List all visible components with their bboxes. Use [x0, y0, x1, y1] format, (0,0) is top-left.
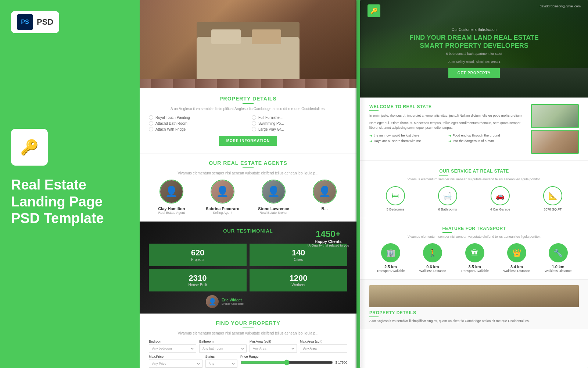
agent-name: B... [302, 206, 347, 211]
stat-label: Cities [254, 258, 343, 262]
agent-card-sabrina: 👤 Sabrina Pecoraro Selling Agent [200, 180, 245, 215]
status-select[interactable]: Any [205, 360, 237, 368]
bedrooms-label: 5 Bedrooms [386, 208, 405, 211]
page-shadow [355, 0, 366, 368]
welcome-title: WELCOME TO REAL STATE [369, 104, 526, 111]
price-range-group: Price Range $ 17500 [240, 355, 347, 368]
bathrooms-icon: 🛁 [438, 186, 457, 205]
bedroom-image [140, 0, 356, 88]
feature-item: Full Furnishe... [252, 115, 347, 120]
welcome-text: WELCOME TO REAL STATE In enim justo, rho… [369, 104, 526, 154]
feature-dot [252, 115, 256, 120]
agents-grid: 👤 Clay Hamilton Real Estate Agent 👤 Sabr… [149, 180, 347, 215]
arrow-icon-1: ➜ [369, 134, 372, 138]
property-bottom-title: PROPERTY DETAILS [369, 310, 579, 317]
welcome-point-1: ➜ the minnow would be lost there [369, 134, 447, 138]
stat-num: 1200 [254, 273, 343, 283]
welcome-house-img-1 [531, 104, 579, 128]
min-area-group: Min.Area (sqft) Any Area [250, 340, 297, 353]
psd-label: PSD [37, 17, 53, 27]
stat-box-projects: 620 Projects [149, 244, 247, 266]
transport-label-3: Transport Available [460, 269, 489, 273]
agent-avatar-clay: 👤 [159, 180, 183, 204]
transport-item-4: 👑 3.4 km Walkless Distance [503, 243, 530, 273]
price-range-slider[interactable] [240, 360, 333, 365]
welcome-points: ➜ the minnow would be lost there ➜ Food … [369, 134, 526, 143]
status-label: Status [205, 355, 237, 358]
arrow-icon-3: ➜ [369, 139, 372, 143]
transport-dist-5: 1.0 km [545, 265, 571, 269]
service-desc: Vivamus elementum semper nisi aenean vul… [369, 177, 579, 182]
welcome-house-img-2 [531, 130, 579, 154]
agent-name: Sabrina Pecoraro [200, 206, 245, 211]
transport-title: FEATURE FOR TRANSPORT [442, 226, 506, 233]
transport-icons: 🏢 2.5 km Transport Available 🚶 0.6 km Wa… [369, 243, 579, 273]
service-item-bathrooms: 🛁 6 Bathrooms [438, 186, 457, 211]
hero-content: Our Customers Satisfaction FIND YOUR DRE… [369, 7, 579, 78]
service-section: OUR SERVICE AT REAL STATE Vivamus elemen… [360, 161, 588, 218]
feature-item: Large Play Gr... [252, 127, 347, 131]
feature-dot [149, 127, 153, 131]
more-info-button[interactable]: MORE INFORMATION [219, 136, 277, 146]
stat-label: House Built [153, 283, 242, 287]
price-range-label: Price Range [240, 355, 347, 358]
feature-item: Attach With Fridge [149, 127, 244, 131]
hero-property-info: 5 bedrooms 2 bath apartment for sale! [369, 52, 579, 56]
transport-label-2: Walkless Distance [419, 269, 446, 273]
stat-box-workers: 1200 Workers [250, 269, 347, 291]
welcome-point-3: ➜ Days are all share them with me [369, 139, 447, 143]
reviewer-name: Eric Widget [222, 298, 244, 302]
hero-subtitle: Our Customers Satisfaction [369, 28, 579, 32]
sqft-label: 5078 SQ.FT [543, 208, 562, 211]
reviewer-info: 👤 Eric Widget Broker Associate [206, 295, 244, 308]
feature-dot [252, 127, 256, 131]
form-row-2: Max.Price Any Price Status Any Price Ran… [149, 355, 347, 368]
service-item-sqft: 📐 5078 SQ.FT [543, 186, 562, 211]
main-content: PROPERTY DETAILS A un Angleso it va semb… [140, 0, 588, 368]
feature-dot [252, 121, 256, 125]
get-property-button[interactable]: GET PROPERTY [448, 68, 500, 78]
photoshop-icon: PS [17, 14, 33, 30]
bathrooms-label: 6 Bathrooms [438, 208, 457, 211]
transport-item-5: 🔧 1.0 km Walkless Distance [545, 243, 571, 273]
feature-item: Attachd Bath Room [149, 121, 244, 125]
stat-label: Projects [153, 258, 242, 262]
agent-card-stone: 👤 Stone Lawrence Real Estate Broker [251, 180, 297, 215]
max-area-label: Max.Area (sqft) [300, 340, 347, 343]
hero-title: FIND YOUR DREAM LAND REAL ESTATE SMART P… [369, 34, 579, 50]
transport-section: FEATURE FOR TRANSPORT Vivamus elementum … [360, 218, 588, 280]
stat-label: Workers [254, 283, 343, 287]
happy-clients-num: 1450+ [307, 229, 349, 239]
arrow-icon-2: ➜ [448, 134, 451, 138]
agent-avatar-b: 👤 [313, 180, 337, 204]
agent-card-b: 👤 B... [302, 180, 347, 215]
bathroom-select[interactable]: Any bathroom [199, 344, 247, 353]
bathroom-label: Bathroom [199, 340, 247, 343]
transport-icon-1: 🏢 [381, 243, 400, 262]
left-panel: PS PSD 🔑 Real Estate Landing Page PSD Te… [0, 0, 140, 368]
agents-section: OUR REAL ESTATE AGENTS Vivamus elementum… [140, 153, 356, 222]
min-area-select[interactable]: Any Area [250, 344, 297, 353]
feature-item: Swimming Po... [252, 121, 347, 125]
agent-card-clay: 👤 Clay Hamilton Real Estate Agent [149, 180, 194, 215]
transport-item-3: 🏛 3.5 km Transport Available [460, 243, 489, 273]
welcome-section: WELCOME TO REAL STATE In enim justo, rho… [360, 98, 588, 161]
price-value: $ 17500 [335, 361, 347, 364]
bathroom-group: Bathroom Any bathroom [199, 340, 247, 353]
transport-icon-4: 👑 [507, 243, 526, 262]
max-price-select[interactable]: Any Price [149, 360, 202, 368]
garage-icon: 🚗 [491, 186, 510, 205]
max-area-input[interactable] [300, 344, 347, 353]
happy-clients-sub: *A Quality that related to you [307, 244, 349, 247]
transport-label-1: Transport Available [377, 269, 405, 273]
bedroom-group: Bedroom Any bedroom [149, 340, 196, 353]
key-icon-box: 🔑 [11, 129, 48, 166]
agent-avatar-sabrina: 👤 [211, 180, 234, 204]
page-right: 🔑 daviddrobinson@gmail.com Our Customers… [360, 0, 588, 368]
find-property-section: FIND YOUR PROPERTY Vivamus elementum sem… [140, 314, 356, 368]
transport-dist-3: 3.5 km [460, 265, 489, 269]
happy-clients-box: 1450+ Happy Clients *A Quality that rela… [307, 229, 349, 247]
service-title: OUR SERVICE AT REAL STATE [439, 169, 509, 176]
bedroom-select[interactable]: Any bedroom [149, 344, 196, 353]
transport-icon-2: 🚶 [423, 243, 442, 262]
